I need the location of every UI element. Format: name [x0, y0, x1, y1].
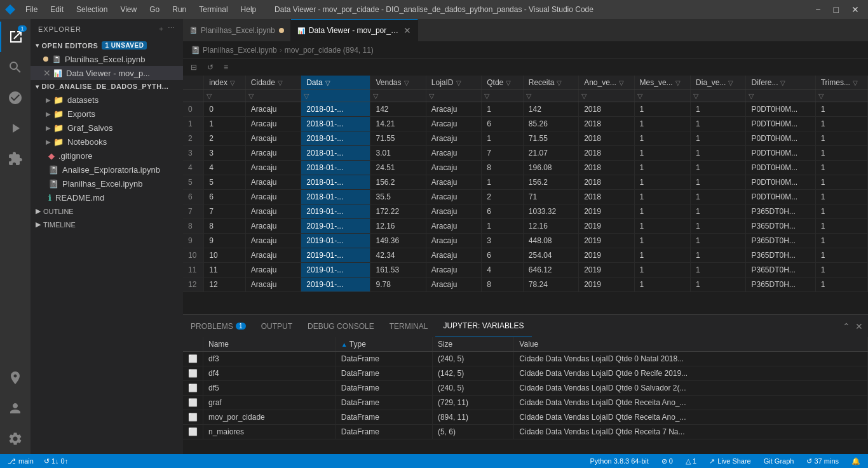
- var-col-name[interactable]: Name: [203, 337, 336, 352]
- python-item[interactable]: Python 3.8.3 64-bit: [587, 454, 651, 468]
- filter-dia[interactable]: [693, 92, 743, 100]
- tab-jupyter-variables[interactable]: JUPYTER: VARIABLES: [435, 315, 531, 337]
- filter-data[interactable]: [304, 92, 367, 100]
- filter-tri[interactable]: [818, 92, 865, 100]
- table-cell: 5: [183, 175, 204, 190]
- filter-qtde[interactable]: [484, 92, 520, 100]
- panel-close-icon[interactable]: ✕: [855, 321, 863, 331]
- liveshare-item[interactable]: ↗ Live Share: [707, 454, 754, 468]
- filter-icon[interactable]: ⊟: [188, 62, 200, 73]
- activity-source-control[interactable]: [0, 83, 31, 113]
- menu-file[interactable]: File: [20, 4, 43, 15]
- more-options-icon[interactable]: ⋯: [168, 24, 175, 34]
- var-view-icon[interactable]: ⬜: [183, 352, 203, 366]
- filter-receita[interactable]: [526, 92, 576, 100]
- col-header-index[interactable]: index ▽: [204, 76, 246, 90]
- time-item[interactable]: ↺ 37 mins: [804, 454, 841, 468]
- filter-mes[interactable]: [637, 92, 688, 100]
- menu-edit[interactable]: Edit: [45, 4, 69, 15]
- branch-item[interactable]: ⎇ main: [5, 454, 36, 468]
- breadcrumb-dataset[interactable]: mov_por_cidade (894, 11): [285, 46, 374, 55]
- filter-cidade[interactable]: [248, 92, 298, 100]
- col-header-lojaid[interactable]: LojaID ▽: [426, 76, 481, 90]
- col-header-receita[interactable]: Receita ▽: [523, 76, 578, 90]
- activity-remote[interactable]: [0, 363, 31, 393]
- filter-dif[interactable]: [749, 92, 812, 100]
- tab-planilhas[interactable]: 📓 Planilhas_Excel.ipynb: [183, 19, 291, 41]
- var-view-icon[interactable]: ⬜: [183, 366, 203, 381]
- filter-index[interactable]: [207, 92, 243, 100]
- table-cell: 7: [482, 146, 524, 161]
- activity-search[interactable]: [0, 52, 31, 83]
- menu-run[interactable]: Run: [167, 4, 191, 15]
- tab-dataviewer[interactable]: 📊 Data Viewer - mov_por_cidade ✕: [291, 19, 418, 41]
- close-tab-icon[interactable]: ✕: [43, 68, 51, 78]
- menu-go[interactable]: Go: [144, 4, 165, 15]
- folder-datasets[interactable]: ▶ 📁 datasets: [31, 93, 183, 107]
- col-header-cidade[interactable]: Cidade ▽: [245, 76, 301, 90]
- tab-output[interactable]: OUTPUT: [254, 315, 300, 337]
- errors-item[interactable]: ⊘ 0: [659, 454, 675, 468]
- notification-icon[interactable]: 🔔: [849, 454, 863, 468]
- maximize-button[interactable]: □: [830, 3, 843, 16]
- minimize-button[interactable]: −: [811, 3, 824, 16]
- outline-section[interactable]: ▶ OUTLINE: [31, 204, 183, 218]
- activity-accounts[interactable]: [0, 393, 31, 424]
- filter-lojaid[interactable]: [429, 92, 478, 100]
- project-section[interactable]: ▾ DIO_ANALISE_DE_DADOS_PYTH...: [31, 80, 183, 93]
- col-header-data[interactable]: Data ▽: [301, 76, 370, 90]
- activity-explorer[interactable]: 1: [0, 22, 31, 52]
- folder-exports[interactable]: ▶ 📁 Exports: [31, 107, 183, 121]
- table-cell: 10: [204, 248, 246, 263]
- menu-view[interactable]: View: [115, 4, 142, 15]
- menu-terminal[interactable]: Terminal: [194, 4, 233, 15]
- tab-terminal[interactable]: TERMINAL: [382, 315, 436, 337]
- var-view-icon[interactable]: ⬜: [183, 396, 203, 410]
- new-file-icon[interactable]: ＋: [158, 24, 165, 34]
- menu-help[interactable]: Help: [236, 4, 262, 15]
- open-editor-planilhas[interactable]: 📓 Planilhas_Excel.ipynb: [31, 52, 183, 66]
- col-header-diave[interactable]: Dia_ve... ▽: [691, 76, 746, 90]
- activity-run-debug[interactable]: [0, 113, 31, 144]
- open-editors-section[interactable]: ▾ OPEN EDITORS 1 UNSAVED: [31, 39, 183, 52]
- file-gitignore[interactable]: ◆ .gitignore: [31, 149, 183, 163]
- table-cell: 3: [482, 234, 524, 248]
- var-col-value[interactable]: Value: [514, 337, 868, 352]
- col-header-trimes[interactable]: Trimes... ▽: [815, 76, 867, 90]
- col-header-mesve[interactable]: Mes_ve... ▽: [634, 76, 691, 90]
- folder-grafsalvos[interactable]: ▶ 📁 Graf_Salvos: [31, 121, 183, 135]
- col-header-anove[interactable]: Ano_ve... ▽: [579, 76, 634, 90]
- var-col-size[interactable]: Size: [432, 337, 513, 352]
- file-planilhas[interactable]: 📓 Planilhas_Excel.ipynb: [31, 177, 183, 191]
- filter-ano[interactable]: [581, 92, 631, 100]
- menu-selection[interactable]: Selection: [71, 4, 112, 15]
- data-table-container[interactable]: index ▽ Cidade ▽ Data ▽ Vendas ▽: [183, 76, 868, 314]
- panel-maximize-icon[interactable]: ⌃: [843, 321, 850, 331]
- file-readme[interactable]: ℹ README.md: [31, 191, 183, 204]
- col-header-difere[interactable]: Difere... ▽: [746, 76, 815, 90]
- refresh-icon[interactable]: ↺: [205, 62, 216, 73]
- close-button[interactable]: ✕: [848, 3, 863, 16]
- tab-debug-console[interactable]: DEBUG CONSOLE: [300, 315, 382, 337]
- activity-extensions[interactable]: [0, 144, 31, 174]
- col-header-qtde[interactable]: Qtde ▽: [482, 76, 524, 90]
- open-editor-dataviewer[interactable]: ✕ 📊 Data Viewer - mov_p...: [31, 66, 183, 80]
- timeline-section[interactable]: ▶ TIMELINE: [31, 218, 183, 231]
- col-header-vendas[interactable]: Vendas ▽: [370, 76, 426, 90]
- warnings-item[interactable]: △ 1: [683, 454, 699, 468]
- filter-vendas[interactable]: [373, 92, 423, 100]
- table-cell: 1: [634, 161, 691, 175]
- gitgraph-item[interactable]: Git Graph: [761, 454, 797, 468]
- var-view-icon[interactable]: ⬜: [183, 410, 203, 425]
- folder-notebooks[interactable]: ▶ 📁 Notebooks: [31, 135, 183, 149]
- column-options-icon[interactable]: ≡: [221, 62, 231, 73]
- tab-dataviewer-close[interactable]: ✕: [403, 25, 411, 36]
- activity-settings[interactable]: [0, 424, 31, 454]
- var-view-icon[interactable]: ⬜: [183, 425, 203, 439]
- var-view-icon[interactable]: ⬜: [183, 381, 203, 396]
- var-col-type[interactable]: ▲ Type: [336, 337, 432, 352]
- sync-item[interactable]: ↺ 1↓ 0↑: [41, 454, 71, 468]
- tab-problems[interactable]: PROBLEMS 1: [183, 315, 254, 337]
- file-analise[interactable]: 📓 Analise_Exploratoria.ipynb: [31, 163, 183, 177]
- breadcrumb-file[interactable]: Planilhas_Excel.ipynb: [203, 46, 277, 55]
